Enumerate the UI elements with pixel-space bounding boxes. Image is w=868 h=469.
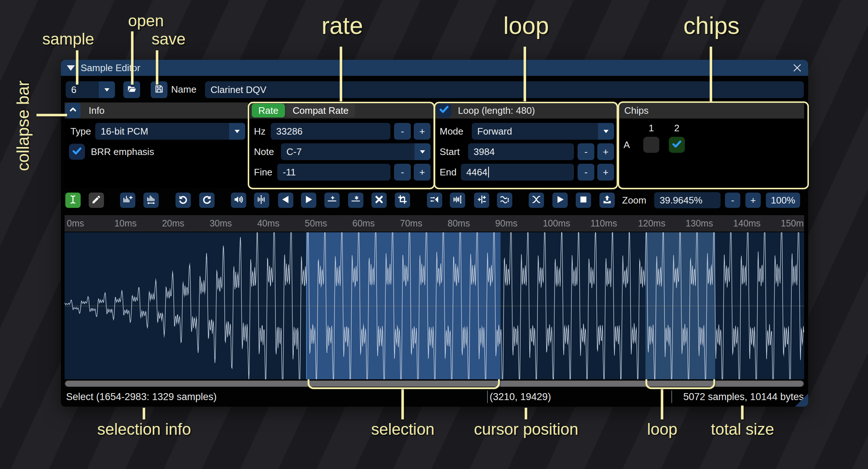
- chip-checkbox-2[interactable]: [669, 137, 685, 153]
- hz-input[interactable]: 33286: [271, 123, 390, 140]
- sample-select[interactable]: 6: [66, 81, 115, 98]
- annotation-open: open: [128, 12, 164, 30]
- folder-open-icon: [127, 84, 136, 95]
- rate-tab[interactable]: Rate: [252, 104, 285, 117]
- chevron-down-icon[interactable]: [99, 81, 115, 98]
- signedness-button[interactable]: [474, 193, 489, 208]
- delete-button[interactable]: [371, 193, 387, 208]
- waveform-scrollbar[interactable]: [65, 380, 804, 387]
- upload-button[interactable]: [599, 193, 615, 208]
- hz-minus-button[interactable]: -: [394, 123, 411, 140]
- fade-out-icon: [304, 194, 314, 206]
- preview-button[interactable]: [552, 193, 568, 208]
- loop-end-minus-button[interactable]: -: [578, 164, 594, 181]
- compat-rate-tab[interactable]: Compat Rate: [286, 104, 355, 117]
- invert-button[interactable]: [450, 193, 465, 208]
- waveform-view[interactable]: [65, 232, 804, 379]
- apply-filter-button[interactable]: [497, 193, 512, 208]
- insert-silence-button[interactable]: [324, 193, 340, 208]
- chips-panel: Chips 12A: [619, 102, 804, 188]
- play-icon: [555, 194, 565, 206]
- chip-checkbox-1[interactable]: [643, 137, 659, 153]
- undo-button[interactable]: [175, 193, 191, 208]
- title-bar[interactable]: Sample Editor: [61, 60, 808, 76]
- timeline-ruler[interactable]: 0ms10ms20ms30ms40ms50ms60ms70ms80ms90ms1…: [65, 215, 804, 232]
- annotation-selection-info: selection info: [97, 420, 191, 438]
- trim-button[interactable]: [395, 193, 410, 208]
- loop-start-minus-button[interactable]: -: [578, 143, 594, 160]
- resample-button[interactable]: [143, 193, 159, 208]
- loop-panel-title: Loop (length: 480): [458, 102, 535, 119]
- fine-minus-button[interactable]: -: [394, 164, 411, 181]
- scrollbar-handle[interactable]: [65, 381, 803, 387]
- save-button[interactable]: [151, 81, 167, 98]
- fine-plus-button[interactable]: +: [414, 164, 431, 181]
- amplify-button[interactable]: [231, 193, 246, 208]
- floppy-save-icon: [154, 84, 164, 95]
- timeline-tick: 120ms: [638, 215, 666, 232]
- i-cursor-icon: [68, 194, 78, 206]
- draw-tool-button[interactable]: [89, 193, 104, 208]
- info-panel-header: Info: [65, 102, 248, 119]
- resize-grip[interactable]: [795, 394, 808, 407]
- sample-row: 6 Name Clarinet DQV: [61, 81, 808, 98]
- collapse-bar-button[interactable]: [65, 103, 81, 118]
- zoom-out-button[interactable]: -: [725, 193, 740, 208]
- fine-input[interactable]: -11: [277, 164, 390, 181]
- apply-silence-button[interactable]: [348, 193, 363, 208]
- zoom-input-value: 39.9645%: [654, 195, 702, 206]
- hz-label: Hz: [254, 123, 266, 140]
- brr-emphasis-checkbox[interactable]: [69, 144, 85, 160]
- stop-icon: [578, 194, 589, 206]
- fade-out-button[interactable]: [301, 193, 316, 208]
- normalize-button[interactable]: [254, 193, 269, 208]
- wave-resize-icon: [146, 194, 156, 206]
- type-select[interactable]: 16-bit PCM: [95, 123, 245, 140]
- chips-panel-title: Chips: [624, 102, 648, 119]
- zoom-input[interactable]: 39.9645%: [654, 192, 721, 208]
- check-icon: [671, 139, 682, 151]
- loop-enable-checkbox[interactable]: [437, 103, 451, 118]
- reverse-button[interactable]: [427, 193, 442, 208]
- status-separator: [487, 391, 488, 403]
- note-select[interactable]: C-7: [281, 143, 431, 160]
- loop-start-plus-button[interactable]: +: [597, 143, 614, 160]
- chevron-down-icon[interactable]: [598, 123, 614, 140]
- loop-end-plus-button[interactable]: +: [597, 164, 614, 181]
- window-collapse-icon[interactable]: [67, 65, 75, 71]
- timeline-tick: 0ms: [67, 215, 84, 232]
- resize-button[interactable]: [120, 193, 135, 208]
- select-tool-button[interactable]: [65, 193, 81, 208]
- loop-start-label: Start: [440, 143, 460, 160]
- xmark-icon: [374, 194, 384, 206]
- zoom-reset-button[interactable]: 100%: [766, 193, 800, 208]
- open-button[interactable]: [123, 81, 140, 98]
- loop-mode-label: Mode: [440, 123, 463, 140]
- name-input[interactable]: Clarinet DQV: [205, 81, 804, 98]
- loop-end-label: End: [440, 164, 456, 181]
- loop-end-input[interactable]: 4464: [461, 164, 574, 181]
- info-panel-title: Info: [89, 102, 104, 119]
- filter-icon: [499, 194, 510, 206]
- fade-in-button[interactable]: [278, 193, 293, 208]
- hz-plus-button[interactable]: +: [414, 123, 431, 140]
- close-icon[interactable]: [791, 62, 803, 74]
- redo-button[interactable]: [199, 193, 215, 208]
- chevron-down-icon[interactable]: [229, 123, 245, 140]
- timeline-tick: 140ms: [733, 215, 761, 232]
- zoom-in-button[interactable]: +: [745, 193, 761, 208]
- line-star-icon: [351, 194, 361, 206]
- chevron-down-icon[interactable]: [414, 143, 431, 160]
- annotation-rate: rate: [321, 12, 363, 39]
- loop-start-input[interactable]: 3984: [468, 143, 574, 160]
- reverse-icon: [429, 194, 440, 206]
- crossfade-button[interactable]: [529, 193, 544, 208]
- undo-icon: [178, 194, 188, 206]
- check-icon: [72, 146, 82, 158]
- annotation-line-cursor-position: [525, 408, 527, 419]
- name-label: Name: [171, 81, 196, 98]
- loop-mode-select[interactable]: Forward: [472, 123, 614, 140]
- stop-preview-button[interactable]: [576, 193, 591, 208]
- chips-col-label: 1: [643, 121, 659, 135]
- loop-panel-header: Loop (length: 480): [435, 102, 617, 119]
